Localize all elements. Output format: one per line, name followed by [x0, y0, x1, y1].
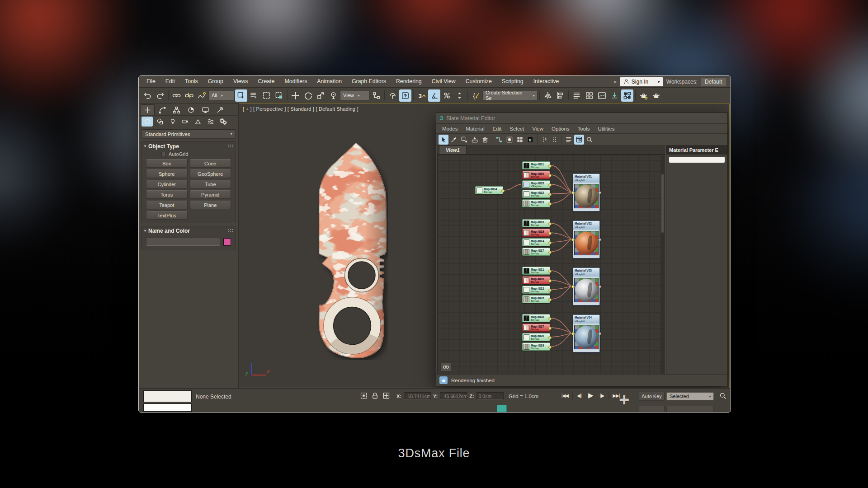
output-socket[interactable]	[548, 270, 552, 273]
output-socket[interactable]	[548, 327, 552, 330]
object-type-header[interactable]: ▾ Object Type	[142, 142, 236, 150]
snaps-toggle-3d-icon[interactable]	[415, 89, 428, 102]
sme-menu-view[interactable]: View	[528, 126, 547, 131]
z-coordinate-field[interactable]: 0.0cm	[476, 392, 504, 400]
category-systems-icon[interactable]	[217, 117, 229, 127]
map-node[interactable]: Map #828Bitmap	[522, 314, 550, 322]
cone-button[interactable]: Cone	[190, 159, 231, 168]
output-socket[interactable]	[598, 238, 601, 241]
set-key-button-partial[interactable]	[497, 405, 507, 412]
cylinder-button[interactable]: Cylinder	[146, 180, 188, 188]
category-lights-icon[interactable]	[167, 117, 178, 127]
output-socket[interactable]	[501, 189, 505, 192]
map-node[interactable]: Map #829Bitmap	[522, 343, 550, 351]
plane-button[interactable]: Plane	[190, 201, 231, 209]
tab-motion[interactable]	[184, 104, 198, 115]
unlink-selection-icon[interactable]	[183, 89, 195, 102]
spinner-snap-toggle-icon[interactable]	[453, 89, 466, 102]
sme-menu-tools[interactable]: Tools	[574, 126, 594, 131]
output-socket[interactable]	[598, 191, 601, 194]
output-socket[interactable]	[548, 317, 552, 320]
map-node[interactable]: Map #822Bitmap	[522, 286, 550, 294]
hide-unused-nodeslots-icon[interactable]	[550, 135, 560, 145]
map-node-selected[interactable]: Map #827Bitmap	[522, 324, 550, 332]
show-shaded-material-icon[interactable]	[505, 135, 514, 145]
menu-graph-editors[interactable]: Graph Editors	[347, 76, 391, 87]
map-node[interactable]: Map #833Bitmap	[522, 199, 550, 207]
select-and-manipulate-icon[interactable]	[387, 89, 399, 102]
sme-menu-options[interactable]: Options	[547, 126, 574, 131]
maxscript-listener-line2[interactable]	[143, 404, 192, 412]
autogrid-checkbox[interactable]	[161, 152, 166, 156]
workspace-dropdown[interactable]: Default	[701, 78, 726, 86]
input-socket[interactable]	[571, 332, 575, 335]
previous-frame-button[interactable]: ◀||	[575, 392, 584, 399]
map-node[interactable]: Map #826Bitmap	[522, 333, 550, 341]
menu-animation[interactable]: Animation	[312, 76, 347, 87]
search-button[interactable]	[719, 392, 726, 400]
output-socket[interactable]	[548, 232, 552, 235]
output-socket[interactable]	[548, 183, 552, 187]
menu-tools[interactable]: Tools	[180, 76, 203, 87]
pick-material-from-object-icon[interactable]	[449, 135, 459, 145]
menu-scripting[interactable]: Scripting	[497, 76, 528, 87]
tab-create[interactable]	[141, 104, 155, 115]
add-time-tag-plus-icon[interactable]: +	[619, 389, 629, 409]
map-node-selected[interactable]: Map #820Bitmap	[522, 276, 550, 284]
tab-hierarchy[interactable]	[170, 104, 184, 115]
pan-zoom-tool-button[interactable]	[440, 363, 451, 371]
map-node[interactable]: Map #825Bitmap	[522, 295, 550, 303]
delete-selected-icon[interactable]	[480, 135, 490, 145]
output-socket[interactable]	[548, 193, 552, 196]
go-to-start-button[interactable]: |◀◀	[559, 392, 571, 399]
menu-rendering[interactable]: Rendering	[391, 76, 427, 87]
play-button[interactable]: ▶	[585, 391, 596, 399]
selection-filter-dropdown[interactable]: All▾	[208, 91, 235, 100]
align-icon[interactable]	[554, 89, 566, 102]
reference-coordinate-system-dropdown[interactable]: View▾	[340, 91, 370, 100]
map-node[interactable]: Map #818Bitmap	[522, 219, 550, 227]
object-color-swatch[interactable]	[223, 238, 231, 246]
curve-editor-icon[interactable]	[596, 89, 608, 102]
object-name-field[interactable]	[146, 238, 220, 246]
map-node[interactable]: Map #821Bitmap	[522, 267, 550, 275]
node-graph-view[interactable]: Map #834Bitmap Map #831Bitmap Map #830Bi…	[437, 155, 665, 375]
output-socket[interactable]	[598, 285, 601, 288]
select-by-name-icon[interactable]	[248, 89, 260, 102]
render-setup-teapot-icon[interactable]	[637, 89, 650, 102]
map-node[interactable]: Map #832Bitmap	[522, 190, 550, 198]
material-parameter-header[interactable]: Material Parameter E	[666, 145, 727, 155]
select-and-place-icon[interactable]	[327, 89, 340, 102]
tube-button[interactable]: Tube	[190, 180, 231, 188]
output-socket[interactable]	[548, 222, 552, 225]
sme-menu-select[interactable]: Select	[505, 126, 528, 131]
put-material-to-library-icon[interactable]	[470, 135, 480, 145]
layout-all-vertical-icon[interactable]	[539, 135, 549, 145]
menu-file[interactable]: File	[142, 76, 160, 87]
toolbar-overflow-chevron[interactable]: »	[613, 79, 617, 85]
menu-group[interactable]: Group	[203, 76, 228, 87]
select-object-icon[interactable]	[235, 89, 247, 102]
key-filter-dropdown[interactable]: Selected▾	[666, 392, 714, 400]
input-socket[interactable]	[571, 285, 575, 288]
y-coordinate-field[interactable]: -45.6612cm	[440, 392, 467, 400]
map-node-selected[interactable]: Map #819Bitmap	[522, 229, 550, 237]
percent-snap-toggle-icon[interactable]	[441, 89, 453, 102]
select-and-rotate-icon[interactable]	[302, 89, 314, 102]
output-socket[interactable]	[548, 279, 552, 282]
assign-material-to-selection-icon[interactable]	[459, 135, 469, 145]
menu-civil-view[interactable]: Civil View	[427, 76, 461, 87]
sme-select-tool-icon[interactable]	[439, 135, 448, 145]
rectangular-selection-region-icon[interactable]	[260, 89, 273, 102]
map-node[interactable]: Map #834Bitmap	[475, 186, 503, 194]
next-frame-button[interactable]: ||▶	[597, 392, 606, 399]
use-pivot-point-icon[interactable]	[370, 89, 382, 102]
primitive-category-dropdown[interactable]: Standard Primitives ▾	[142, 129, 236, 139]
sme-menu-modes[interactable]: Modes	[438, 126, 462, 131]
material-node[interactable]: Material V04VRayMtl	[573, 314, 600, 352]
output-socket[interactable]	[548, 289, 552, 292]
sme-title-bar[interactable]: 3 Slate Material Editor	[436, 113, 727, 124]
output-socket[interactable]	[548, 164, 552, 168]
cut-off-button[interactable]	[639, 406, 665, 412]
parameter-search-field[interactable]	[669, 157, 725, 163]
